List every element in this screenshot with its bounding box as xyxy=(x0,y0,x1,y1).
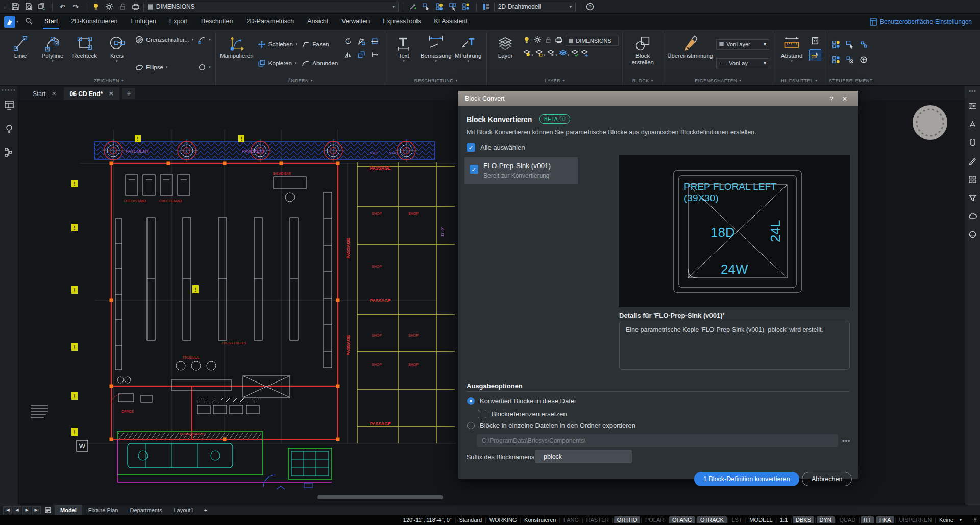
status-rt[interactable]: RT xyxy=(861,516,874,523)
ring-button[interactable]: ▾ xyxy=(197,62,212,73)
linie-button[interactable]: Linie xyxy=(6,33,35,59)
panel-grip[interactable]: ••••• xyxy=(2,87,16,93)
layer-unlock-icon[interactable] xyxy=(117,1,129,12)
spiegeln-icon[interactable] xyxy=(344,51,352,61)
new-layout-button[interactable]: + xyxy=(200,507,211,513)
fasen-button[interactable]: Fasen xyxy=(301,39,339,50)
status-hka[interactable]: HKA xyxy=(876,516,894,523)
next-layout-button[interactable]: ▶ xyxy=(22,506,31,514)
objekte-isolieren-icon[interactable] xyxy=(832,56,840,66)
status-otrack[interactable]: OTRACK xyxy=(697,516,727,523)
layout-tab-departments[interactable]: Departments xyxy=(124,505,167,515)
schnellmessen-icon[interactable] xyxy=(809,49,821,61)
tab-beschriften[interactable]: Beschriften xyxy=(194,14,240,30)
layer-button[interactable]: Layer xyxy=(491,33,520,59)
stutzen-icon[interactable] xyxy=(371,37,379,47)
dialog-title-bar[interactable]: Block Convert ? ✕ xyxy=(458,91,858,106)
structure-panel-icon[interactable] xyxy=(4,147,14,159)
uebereinstimmung-button[interactable]: Übereinstimmung xyxy=(667,33,714,59)
visual-style-combo[interactable]: 2D-Drahtmodell ▾ xyxy=(494,2,576,12)
status-konstruieren[interactable]: Konstruieren xyxy=(521,517,559,523)
blocks-panel-icon[interactable] xyxy=(968,175,977,186)
panel-label-beschriftung[interactable]: BESCHRIFTUNG▾ xyxy=(389,76,483,85)
status-dbks[interactable]: DBKS xyxy=(793,516,814,523)
filter-icon[interactable] xyxy=(968,194,977,204)
render-cloud-icon[interactable] xyxy=(968,212,977,223)
print-preview-button[interactable] xyxy=(23,1,35,12)
new-document-tab-button[interactable]: + xyxy=(122,88,135,99)
layer-states-icon[interactable] xyxy=(460,1,472,12)
chevron-down-icon[interactable]: ▼ xyxy=(957,518,965,522)
layer-lock-icon[interactable] xyxy=(544,36,552,46)
ui-settings-button[interactable]: Benutzeroberfläche-Einstellungen xyxy=(870,18,976,26)
layer-on-icon[interactable] xyxy=(523,36,531,46)
redo-button[interactable]: ↷ xyxy=(70,1,82,12)
status-ofang[interactable]: OFANG xyxy=(669,516,695,523)
grenzschraffur-button[interactable]: Grenzschraffur... ▾ xyxy=(134,35,194,45)
text-button[interactable]: Text ▾ xyxy=(389,33,419,63)
panel-label-eigenschaften[interactable]: EIGENSCHAFTEN▾ xyxy=(667,76,769,85)
ribbon-layer-combo[interactable]: DIMENSIONS xyxy=(566,36,619,46)
polylinie-button[interactable]: Polylinie ▾ xyxy=(38,33,67,63)
tab-ki-assistent[interactable]: KI Assistent xyxy=(428,14,474,30)
layer-thaw-icon[interactable] xyxy=(533,36,542,46)
status-standard[interactable]: Standard xyxy=(456,517,485,523)
help-button[interactable]: ? xyxy=(584,1,596,12)
status-uisperren[interactable]: UISPERREN xyxy=(896,517,935,523)
annotation-panel-icon[interactable] xyxy=(968,120,977,131)
layer-states-button[interactable] xyxy=(571,49,579,57)
cancel-button[interactable]: Abbrechen xyxy=(802,472,852,486)
abstand-button[interactable]: Abstand ▾ xyxy=(777,33,806,63)
dialog-help-button[interactable]: ? xyxy=(825,95,838,103)
close-icon[interactable]: ✕ xyxy=(52,90,56,97)
status-polar[interactable]: POLAR xyxy=(642,517,667,523)
layout-tab-fixture-plan[interactable]: Fixture Plan xyxy=(83,505,124,515)
match-layer-icon[interactable] xyxy=(407,1,419,12)
panel-label-block[interactable]: BLOCK▾ xyxy=(626,76,659,85)
option-convert-row[interactable]: Konvertiert Blöcke in diese Datei xyxy=(467,397,576,405)
select-entities-layer-icon[interactable] xyxy=(421,1,432,12)
dehnen-icon[interactable] xyxy=(371,51,379,61)
suffix-input[interactable]: _pblock xyxy=(535,450,632,463)
doc-tab-06-cd-end[interactable]: 06 CD End* ✕ xyxy=(64,87,120,100)
tab-export[interactable]: Export xyxy=(163,14,194,30)
tab-expresstools[interactable]: ExpressTools xyxy=(376,14,427,30)
settings-sliders-icon[interactable] xyxy=(968,102,977,112)
rechner-icon[interactable] xyxy=(809,35,821,47)
layer-freeze-button[interactable]: ▾ xyxy=(547,49,557,57)
export-to-folder-radio[interactable] xyxy=(467,422,475,429)
kopieren-button[interactable]: Kopieren ▾ xyxy=(257,58,298,68)
status-working[interactable]: WORKING xyxy=(486,517,520,523)
block-erstellen-button[interactable]: Block erstellen xyxy=(626,33,659,66)
option-replace-row[interactable]: Blockreferenzen ersetzen xyxy=(478,410,567,418)
panels-icon[interactable] xyxy=(4,100,14,112)
bemassung-button[interactable]: Bemassung ▾ xyxy=(421,33,451,63)
ellipse-button[interactable]: Ellipse ▾ xyxy=(134,62,194,73)
status-fang[interactable]: FANG xyxy=(560,517,582,523)
last-layout-button[interactable]: ▶| xyxy=(32,506,41,514)
hatch-pen-icon[interactable] xyxy=(968,157,977,168)
tab-verwalten[interactable]: Verwalten xyxy=(335,14,376,30)
manipulieren-button[interactable]: Manipulieren xyxy=(219,33,254,59)
panel-menu-icon[interactable]: ••• xyxy=(969,88,976,94)
tab-einfuegen[interactable]: Einfügen xyxy=(124,14,162,30)
select-all-row[interactable]: ✓ Alle auswählen xyxy=(467,143,525,152)
layer-thaw-icon[interactable] xyxy=(104,1,115,12)
status-scale[interactable]: 1:1 xyxy=(777,517,791,523)
tab-2d-konstruieren[interactable]: 2D-Konstruieren xyxy=(64,14,124,30)
block-list-item[interactable]: ✓ FLO-Prep-Sink (v001) Bereit zur Konver… xyxy=(464,157,578,184)
layout-tab-layout1[interactable]: Layout1 xyxy=(168,505,199,515)
mfuehrung-button[interactable]: MFührung ▾ xyxy=(453,33,483,63)
status-modell[interactable]: MODELL xyxy=(746,517,775,523)
block-item-checkbox[interactable]: ✓ xyxy=(470,165,478,174)
layer-merge-button[interactable]: ▾ xyxy=(559,49,570,57)
status-raster[interactable]: RASTER xyxy=(583,517,612,523)
prev-layout-button[interactable]: ◀ xyxy=(13,506,21,514)
schieben-button[interactable]: Schieben ▾ xyxy=(257,39,298,50)
layout-tab-model[interactable]: Model xyxy=(55,505,82,515)
kreis-button[interactable]: Kreis ▾ xyxy=(102,33,132,63)
panel-label-hilfsmittel[interactable]: HILFSMITTEL▾ xyxy=(777,76,821,85)
skalieren-icon[interactable] xyxy=(357,37,365,47)
objekte-anzeigen-icon[interactable] xyxy=(832,40,840,51)
option-export-row[interactable]: Blöcke in einzelne Dateien in den Ordner… xyxy=(467,422,635,429)
